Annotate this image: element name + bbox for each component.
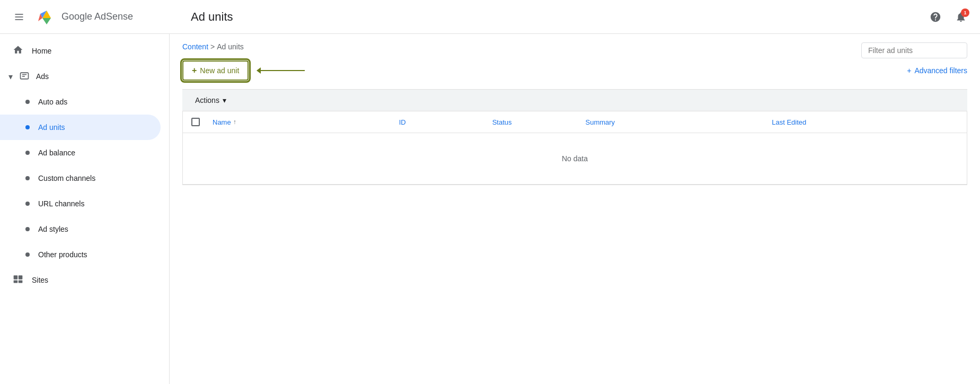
menu-button[interactable] <box>8 6 30 28</box>
plus-icon: + <box>192 66 197 75</box>
help-button[interactable] <box>925 6 946 28</box>
actions-dropdown-icon: ▾ <box>223 96 226 104</box>
dot-icon <box>25 252 30 257</box>
column-summary-label: Summary <box>586 118 615 126</box>
header-checkbox-col <box>191 118 213 126</box>
column-name-label: Name <box>213 118 231 126</box>
google-logo <box>36 6 57 28</box>
column-name[interactable]: Name ↑ <box>213 118 399 126</box>
column-last-edited[interactable]: Last Edited <box>772 118 958 126</box>
sort-icon: ↑ <box>233 118 236 126</box>
new-ad-unit-button[interactable]: + New ad unit <box>182 60 249 81</box>
breadcrumb-separator: > <box>210 42 215 51</box>
dot-icon <box>25 227 30 231</box>
notifications-button[interactable]: 1 <box>950 6 972 28</box>
sidebar-item-custom-channels-label: Custom channels <box>38 174 95 182</box>
dot-icon <box>25 151 30 155</box>
dot-icon <box>25 202 30 206</box>
column-id-label: ID <box>399 118 406 126</box>
toolbar-right <box>861 42 967 58</box>
svg-rect-12 <box>14 280 18 283</box>
column-last-edited-label: Last Edited <box>772 118 806 126</box>
layout: Home ▾ Ads Auto ads Ad units Ad <box>0 34 980 384</box>
advanced-filters-area: + Advanced filters <box>907 66 967 75</box>
sidebar: Home ▾ Ads Auto ads Ad units Ad <box>0 34 170 384</box>
table: Name ↑ ID Status Summary Last Edited No … <box>182 111 967 185</box>
sidebar-item-ad-styles[interactable]: Ad styles <box>0 216 161 242</box>
topbar: Google AdSense Ad units 1 <box>0 0 980 34</box>
column-status[interactable]: Status <box>492 118 586 126</box>
sidebar-item-ad-balance[interactable]: Ad balance <box>0 140 161 165</box>
actions-label: Actions <box>195 96 219 104</box>
sidebar-ads-label: Ads <box>36 72 49 81</box>
sidebar-item-ad-units-label: Ad units <box>38 123 65 132</box>
column-id[interactable]: ID <box>399 118 492 126</box>
sidebar-item-custom-channels[interactable]: Custom channels <box>0 165 161 191</box>
advanced-filters-label: Advanced filters <box>914 66 967 75</box>
plus-small-icon: + <box>907 66 911 75</box>
topbar-right: 1 <box>925 6 972 28</box>
sidebar-item-auto-ads[interactable]: Auto ads <box>0 89 161 115</box>
svg-rect-11 <box>19 275 23 280</box>
toolbar: + New ad unit + Advanced filters <box>182 60 967 81</box>
sidebar-section-ads[interactable]: ▾ Ads <box>0 64 169 89</box>
svg-rect-13 <box>19 280 23 283</box>
breadcrumb-content-link[interactable]: Content <box>182 42 208 51</box>
breadcrumb-current: Ad units <box>217 42 244 51</box>
sidebar-item-auto-ads-label: Auto ads <box>38 98 67 106</box>
svg-rect-10 <box>14 275 18 280</box>
home-icon <box>13 45 23 58</box>
advanced-filters-button[interactable]: + Advanced filters <box>907 66 967 75</box>
new-ad-unit-label: New ad unit <box>200 66 239 75</box>
main-content: Content > Ad units + New ad unit <box>170 34 980 384</box>
column-status-label: Status <box>492 118 512 126</box>
arrow-line <box>257 70 305 71</box>
sidebar-item-sites[interactable]: Sites <box>0 267 161 293</box>
ads-expand-icon: ▾ <box>8 72 13 82</box>
select-all-checkbox[interactable] <box>191 118 200 126</box>
notification-count: 1 <box>961 8 969 17</box>
column-summary[interactable]: Summary <box>586 118 772 126</box>
app-title: Google AdSense <box>61 11 133 22</box>
sidebar-item-other-products-label: Other products <box>38 250 87 259</box>
toolbar-left: + New ad unit <box>182 60 305 81</box>
dot-icon-active <box>25 125 30 129</box>
sites-icon <box>13 274 23 287</box>
sidebar-item-ad-units[interactable]: Ad units <box>0 115 161 140</box>
no-data-message: No data <box>562 154 588 163</box>
logo: Google AdSense <box>36 6 133 28</box>
sidebar-item-other-products[interactable]: Other products <box>0 242 161 267</box>
topbar-left: Google AdSense <box>8 6 178 28</box>
sidebar-item-url-channels[interactable]: URL channels <box>0 191 161 216</box>
filter-input[interactable] <box>861 42 967 58</box>
sidebar-ads-icon <box>19 71 30 83</box>
breadcrumb: Content > Ad units <box>182 42 244 51</box>
sidebar-item-ad-balance-label: Ad balance <box>38 149 75 157</box>
sidebar-item-home[interactable]: Home <box>0 38 161 64</box>
sidebar-sites-label: Sites <box>32 276 48 284</box>
actions-bar: Actions ▾ <box>182 89 967 111</box>
table-header: Name ↑ ID Status Summary Last Edited <box>183 111 967 133</box>
sidebar-item-home-label: Home <box>32 47 51 55</box>
actions-button[interactable]: Actions ▾ <box>191 94 231 107</box>
dot-icon <box>25 176 30 180</box>
svg-marker-4 <box>42 18 51 24</box>
page-title: Ad units <box>178 10 925 24</box>
dot-icon <box>25 100 30 104</box>
table-empty-state: No data <box>183 133 967 185</box>
annotation-arrow <box>255 70 305 71</box>
sidebar-item-url-channels-label: URL channels <box>38 199 84 208</box>
sidebar-item-ad-styles-label: Ad styles <box>38 225 68 233</box>
